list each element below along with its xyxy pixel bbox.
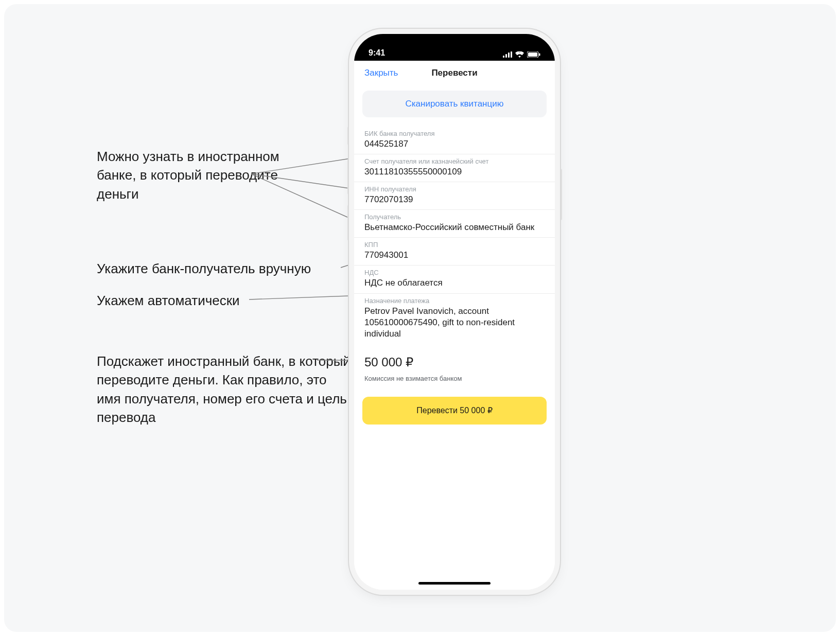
field-inn-value: 7702070139 xyxy=(364,194,545,205)
field-account-label: Счет получателя или казначейский счет xyxy=(364,157,545,165)
svg-rect-8 xyxy=(508,52,510,58)
amount-display[interactable]: 50 000 ₽ xyxy=(354,344,555,373)
annotation-kpp: Укажем автоматически xyxy=(97,291,354,310)
svg-rect-12 xyxy=(539,54,540,56)
phone-side-button xyxy=(347,127,351,145)
status-time: 9:41 xyxy=(369,48,385,58)
svg-rect-11 xyxy=(528,52,537,57)
field-kpp-value: 770943001 xyxy=(364,250,545,261)
field-purpose-value: Petrov Pavel Ivanovich, account 10561000… xyxy=(364,306,545,340)
page-title: Перевести xyxy=(431,68,477,78)
field-payee-value: Вьетнамско-Российский совместный банк xyxy=(364,222,545,233)
field-payee-label: Получатель xyxy=(364,213,545,221)
field-vat-value: НДС не облагается xyxy=(364,277,545,289)
annotation-payee: Укажите банк-получатель вручную xyxy=(97,259,354,278)
field-inn-label: ИНН получателя xyxy=(364,185,545,193)
app-screen: Закрыть Перевести Сканировать квитанцию … xyxy=(354,61,555,590)
field-kpp[interactable]: КПП 770943001 xyxy=(354,238,555,266)
fee-note: Комиссия не взимается банком xyxy=(354,373,555,382)
annotation-purpose: Подскажет иностранный банк, в который пе… xyxy=(97,352,354,427)
close-button[interactable]: Закрыть xyxy=(364,68,398,78)
phone-side-button xyxy=(347,158,351,195)
field-bik-label: БИК банка получателя xyxy=(364,130,545,137)
wifi-icon xyxy=(515,51,524,58)
cellular-icon xyxy=(503,51,512,58)
status-bar: 9:41 xyxy=(354,34,555,61)
field-purpose[interactable]: Назначение платежа Petrov Pavel Ivanovic… xyxy=(354,294,555,344)
nav-bar: Закрыть Перевести xyxy=(354,61,555,85)
transfer-button[interactable]: Перевести 50 000 ₽ xyxy=(362,397,547,425)
illustration-canvas: Можно узнать в иностранном банке, в кото… xyxy=(4,4,836,632)
field-kpp-label: КПП xyxy=(364,241,545,249)
field-vat-label: НДС xyxy=(364,269,545,276)
annotation-bik-account-inn: Можно узнать в иностранном банке, в кото… xyxy=(97,147,292,203)
field-purpose-label: Назначение платежа xyxy=(364,297,545,305)
svg-rect-6 xyxy=(503,56,504,58)
phone-side-button xyxy=(347,205,351,241)
phone-frame: 9:41 Закрыть Перевести Сканировать квита… xyxy=(354,34,555,590)
phone-side-button xyxy=(559,169,562,220)
svg-rect-9 xyxy=(511,51,512,58)
battery-icon xyxy=(527,51,540,58)
field-bik-value: 044525187 xyxy=(364,138,545,150)
notch xyxy=(408,34,501,50)
field-bik[interactable]: БИК банка получателя 044525187 xyxy=(354,127,555,154)
scan-receipt-button[interactable]: Сканировать квитанцию xyxy=(362,91,547,117)
svg-rect-7 xyxy=(505,54,507,58)
field-account[interactable]: Счет получателя или казначейский счет 30… xyxy=(354,154,555,182)
home-indicator[interactable] xyxy=(418,582,491,585)
field-account-value: 30111810355550000109 xyxy=(364,166,545,178)
field-payee[interactable]: Получатель Вьетнамско-Российский совмест… xyxy=(354,210,555,238)
field-vat[interactable]: НДС НДС не облагается xyxy=(354,266,555,293)
field-inn[interactable]: ИНН получателя 7702070139 xyxy=(354,182,555,210)
